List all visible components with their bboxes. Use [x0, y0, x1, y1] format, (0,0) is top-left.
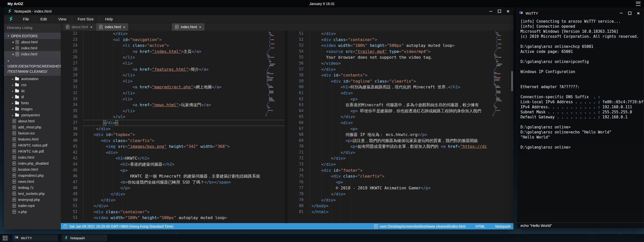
app-launcher-grid-icon[interactable] [2, 235, 8, 241]
taskbar-item-wstty[interactable]: WsTTY [12, 235, 58, 241]
hamburger-menu-icon[interactable] [636, 2, 640, 6]
tab-close-icon[interactable]: × [199, 25, 201, 29]
menu-item-view[interactable]: View [53, 15, 72, 23]
status-file-path[interactable]: user:/Desktop/screenshot/test/www cleane… [374, 224, 466, 228]
tab-about.html[interactable]: about.html× [63, 23, 96, 31]
code-line[interactable]: 51 </div> [61, 203, 285, 209]
tree-file[interactable]: index.php_disabled [4, 160, 61, 166]
wstty-titlebar[interactable]: WsTTY × [517, 9, 644, 17]
tree-file[interactable]: x.php [4, 209, 61, 215]
code-line[interactable]: 66 <div> [287, 120, 513, 126]
editor-pane-right[interactable]: 51 </div>52 <div class="container">53 <v… [287, 31, 513, 223]
code-line[interactable]: 41 <img src="images/box.png" height="342… [61, 144, 285, 150]
code-line[interactable]: 56 </video> [287, 60, 513, 66]
code-line[interactable]: 64 <p> 即使你不是建築師，你也能透過紅石師或鐵路工程師的身份加入我們 [287, 108, 513, 114]
tree-folder[interactable]: ▸dl [4, 94, 61, 100]
code-line[interactable]: 30 <li> [61, 78, 285, 84]
open-editor-item[interactable]: ×index.html [4, 45, 61, 51]
open-editor-item[interactable]: ×about.html [4, 39, 61, 45]
code-line[interactable]: 49 </div> [61, 191, 285, 197]
code-line[interactable]: 63 在香港的Minecraft 伺服器中，多為小遊戲和純生存的伺服器，較少擁有 [287, 102, 513, 108]
code-line[interactable]: 59 <div id="tagline" class="clearfix"> [287, 78, 513, 84]
code-line[interactable]: 45 <p> [61, 167, 285, 174]
code-line[interactable]: 52 <div class="container"> [61, 209, 285, 215]
tree-folder[interactable]: ▸dc [4, 88, 61, 94]
code-line[interactable]: 37 </div> [61, 120, 285, 126]
code-line[interactable]: 44 <h2>香港的建築伺服器</h2> [61, 161, 285, 167]
tree-file[interactable]: HKWTC rule.pdf [4, 148, 61, 154]
code-line[interactable]: 80</body> [287, 203, 513, 209]
code-line[interactable]: 36 </ul> [61, 114, 285, 120]
code-line[interactable]: 55 Your browser does not support the vid… [287, 54, 513, 60]
tree-folder[interactable]: ▸css [4, 82, 61, 88]
menu-item-font-size[interactable]: Font Size [72, 15, 99, 23]
code-line[interactable]: 65 </div> [287, 114, 513, 120]
notepada-titlebar[interactable]: NotepadA - index.html × [4, 7, 513, 15]
minimize-icon[interactable] [489, 11, 492, 12]
tree-file[interactable]: index.html [4, 154, 61, 160]
code-line[interactable]: 70 <p>如有問題或需要申請白名單，歡迎加入我們的 <a href="http… [287, 144, 513, 150]
code-line[interactable]: 71 </div> [287, 150, 513, 156]
code-line[interactable]: 47 <b>你知道我們全線伺服器已轉用 SSD 了嗎？</b></span> [61, 179, 285, 185]
code-line[interactable]: 43 <h1>HKWTC</h1> [61, 155, 285, 161]
open-editor-item[interactable]: ×index.html [4, 51, 61, 57]
tree-file[interactable]: add_vhost.php [4, 124, 61, 130]
code-line[interactable]: 28 <a href="features.html">簡介</a> [61, 66, 285, 73]
scrollbar-handle[interactable] [511, 71, 513, 91]
tree-file[interactable]: test_sockets.php [4, 191, 61, 197]
close-icon[interactable]: × [637, 11, 640, 16]
close-icon[interactable]: × [12, 40, 16, 44]
maximize-icon[interactable] [498, 10, 501, 13]
code-line[interactable]: 50 </div> [61, 197, 285, 203]
code-line[interactable]: 53 <video width="100%" height="500px" au… [61, 215, 285, 221]
maximize-icon[interactable] [628, 12, 631, 15]
code-line[interactable]: 39 <div id="topbox"> [61, 132, 285, 138]
code-line[interactable]: 61 <div> [287, 90, 513, 96]
code-line[interactable]: 78 </div> [287, 191, 513, 197]
menu-item-file[interactable]: File [17, 15, 35, 23]
taskbar-item-notepada[interactable]: NotepadA [62, 235, 107, 241]
terminal-output[interactable]: [info] Conencting to arozos WsTTY servic… [517, 17, 644, 223]
code-line[interactable]: 26 </li> [61, 54, 285, 60]
code-line[interactable]: 57 </div> [287, 66, 513, 73]
tree-file[interactable]: testmysql.php [4, 197, 61, 203]
code-line[interactable]: 68 伺服器 IP 地址為： mcs.hkwtc.org</p> [287, 132, 513, 138]
code-line[interactable]: 77 © 2018 - 2019 HKWTC Animation Gamer</… [287, 185, 513, 191]
code-line[interactable]: 22 </div> [61, 31, 285, 37]
code-line[interactable]: 74 <div id="footer"> [287, 167, 513, 174]
tree-file[interactable]: HKWTC notice.pdf [4, 142, 61, 148]
terminal-input[interactable]: echo "Hello World" [517, 223, 644, 228]
code-line[interactable]: 23 <ul id="navigation"> [61, 37, 285, 43]
minimap[interactable] [493, 31, 508, 117]
tree-file[interactable]: favicon.ico [4, 130, 61, 136]
tree-file[interactable]: about.html [4, 118, 61, 124]
code-line[interactable]: 60 <h1>特別為建築及鐵路而設，現代化的 Minecraft 世界.</h1… [287, 84, 513, 90]
tree-file[interactable]: teabag.7z [4, 185, 61, 191]
code-line[interactable]: 48 </p> [61, 185, 285, 191]
code-line[interactable]: 40 <div class="clearfix"> [61, 138, 285, 144]
tree-file[interactable]: trailer.mp4 [4, 203, 61, 209]
open-editors-header[interactable]: ▾ OPEN EDITORS [4, 33, 61, 39]
editor-pane-left[interactable]: 22 </div>23 <ul id="navigation">24 <li c… [61, 31, 287, 223]
code-line[interactable]: 42 <div> [61, 150, 285, 156]
code-line[interactable]: 29 </li> [61, 72, 285, 78]
code-line[interactable]: 75 <div class="clearfix"> [287, 173, 513, 179]
code-line[interactable]: 76 <p> [287, 179, 513, 185]
code-line[interactable]: 24 <li class="active"> [61, 43, 285, 49]
minimize-icon[interactable] [620, 13, 623, 13]
code-line[interactable]: 31 <a href="mapredirect.php">網上地圖</a> [61, 84, 285, 90]
minimap[interactable] [266, 31, 281, 117]
tab-index.html[interactable]: index.html× [172, 23, 204, 31]
tab-close-icon[interactable]: × [123, 25, 125, 29]
tree-file[interactable]: location.html [4, 166, 61, 172]
code-line[interactable]: 51 </div> [287, 31, 513, 37]
tab-close-icon[interactable]: × [90, 25, 92, 29]
tab-index.html[interactable]: index.html× [96, 23, 128, 31]
code-line[interactable]: 72 </div> [287, 155, 513, 161]
code-line[interactable]: 67 <p> [287, 126, 513, 132]
tree-folder[interactable]: ▸autostation [4, 76, 61, 82]
close-icon[interactable]: × [12, 52, 16, 56]
menu-item-help[interactable]: Help [100, 15, 119, 23]
code-line[interactable]: 79 </div> [287, 197, 513, 203]
code-line[interactable]: 32 </li> [61, 90, 285, 96]
